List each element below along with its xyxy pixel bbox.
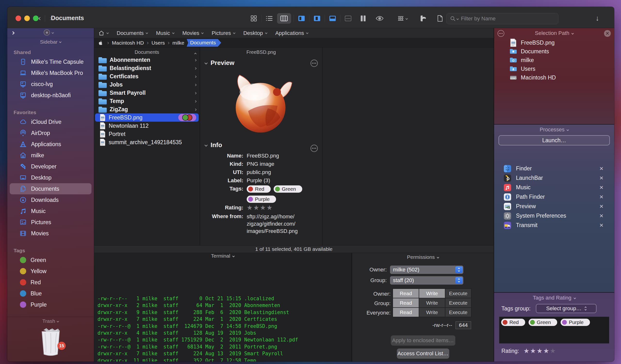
- sidebar-header-menu[interactable]: Sidebar: [7, 38, 94, 46]
- chevron-right-icon[interactable]: [194, 82, 196, 87]
- sidebar-item[interactable]: milke: [10, 150, 91, 161]
- chevron-right-icon[interactable]: [194, 74, 196, 79]
- access-control-list-button[interactable]: Access Control List…: [397, 348, 449, 359]
- sidebar-tag-item[interactable]: Green: [10, 254, 91, 266]
- folder-dropdown[interactable]: Pictures: [211, 30, 235, 36]
- processes-header-menu[interactable]: Processes: [494, 125, 614, 135]
- tags-group-select[interactable]: Select group…: [536, 304, 597, 313]
- breadcrumb-item[interactable]: › milke: [165, 40, 184, 46]
- perm-owner-read[interactable]: Read: [393, 289, 419, 298]
- octal-value-field[interactable]: 644: [456, 321, 471, 329]
- process-row[interactable]: Preview ✕: [494, 202, 614, 211]
- file-row[interactable]: Temp: [95, 97, 199, 105]
- sidebar-item[interactable]: Applications: [10, 139, 91, 150]
- sidebar-item[interactable]: Milke's MacBook Pro: [10, 67, 91, 79]
- sidebar-item[interactable]: Desktop: [10, 172, 91, 183]
- trash-header-menu[interactable]: Trash: [7, 317, 94, 325]
- sidebar-item[interactable]: Pictures: [10, 217, 91, 228]
- quick-look-button[interactable]: [373, 13, 387, 24]
- breadcrumb-item[interactable]: › Users: [144, 40, 165, 46]
- sidebar-expand-button[interactable]: [12, 31, 14, 35]
- selection-path-item[interactable]: Macintosh HD: [494, 73, 614, 82]
- chevron-right-icon[interactable]: [194, 107, 196, 111]
- process-row[interactable]: System Preferences ✕: [494, 211, 614, 221]
- tag-pill[interactable]: Purple: [561, 319, 590, 326]
- sidebar-history-button[interactable]: [44, 29, 54, 36]
- sidebar-tag-item[interactable]: Red: [10, 277, 91, 288]
- tag-pill[interactable]: Green: [274, 185, 302, 193]
- sidebar-item[interactable]: Music: [10, 206, 91, 217]
- permissions-header-menu[interactable]: Permissions: [352, 253, 494, 261]
- sidebar-tag-item[interactable]: Blue: [10, 288, 91, 299]
- download-progress-button[interactable]: ↓: [596, 14, 599, 22]
- process-row[interactable]: Music ✕: [494, 183, 614, 192]
- chevron-right-icon[interactable]: [194, 99, 196, 103]
- tag-pill[interactable]: Purple: [247, 196, 276, 203]
- perm-owner-execute[interactable]: Execute: [445, 289, 471, 298]
- file-row[interactable]: Portret: [95, 130, 199, 138]
- perm-group-write[interactable]: Write: [419, 298, 445, 308]
- column-view-button[interactable]: [277, 13, 291, 24]
- paste-button[interactable]: [433, 13, 447, 24]
- sidebar-item[interactable]: Documents: [10, 183, 91, 194]
- sidebar-item[interactable]: Developer: [10, 161, 91, 172]
- dual-pane-button[interactable]: [357, 13, 369, 24]
- process-row[interactable]: Transmit ✕: [494, 221, 614, 230]
- file-row[interactable]: Belastingdienst: [95, 64, 199, 72]
- perm-owner-write[interactable]: Write: [419, 289, 445, 298]
- disclosure-chevron-icon[interactable]: [205, 143, 208, 147]
- trash-icon[interactable]: [39, 328, 62, 356]
- perm-group-read[interactable]: Read: [393, 298, 419, 308]
- folder-dropdown[interactable]: Documents: [117, 30, 148, 36]
- sidebar-item[interactable]: Milke's Time Capsule: [10, 56, 91, 67]
- chevron-right-icon[interactable]: [194, 58, 196, 62]
- quit-process-icon[interactable]: ✕: [599, 185, 604, 190]
- close-panel-button[interactable]: ✕: [604, 30, 611, 37]
- selection-path-item[interactable]: milke: [494, 56, 614, 64]
- sidebar-item[interactable]: iCloud Drive: [10, 116, 91, 127]
- perm-everyone-read[interactable]: Read: [393, 308, 419, 317]
- launch-button[interactable]: Launch…: [499, 135, 610, 145]
- quit-process-icon[interactable]: ✕: [599, 222, 604, 228]
- owner-select[interactable]: milke (502): [390, 266, 463, 274]
- file-row[interactable]: Certficates: [95, 72, 199, 80]
- toggle-left-panel-button[interactable]: [295, 13, 308, 24]
- sidebar-item[interactable]: desktop-nb3aofi: [10, 90, 91, 101]
- selection-path-item[interactable]: Users: [494, 64, 614, 73]
- selection-path-item[interactable]: FreeBSD.png: [494, 38, 614, 47]
- toggle-right-panel-button[interactable]: [311, 13, 323, 24]
- process-row[interactable]: Path Finder ✕: [494, 192, 614, 202]
- tag-pill[interactable]: Green: [529, 319, 557, 326]
- breadcrumb-current[interactable]: Documents: [187, 39, 221, 47]
- selection-path-item[interactable]: Documents: [494, 47, 614, 56]
- folder-dropdown[interactable]: Applications: [275, 30, 308, 36]
- filter-field[interactable]: [446, 13, 558, 24]
- icon-view-button[interactable]: [247, 13, 260, 24]
- perm-everyone-write[interactable]: Write: [419, 308, 445, 317]
- file-row[interactable]: ZigZag: [95, 105, 199, 113]
- minimize-window-button[interactable]: [24, 16, 30, 21]
- section-options-button[interactable]: •••: [310, 145, 318, 152]
- quit-process-icon[interactable]: ✕: [599, 194, 604, 200]
- file-row[interactable]: FreeBSD.png: [95, 113, 199, 122]
- home-dropdown[interactable]: [99, 30, 108, 36]
- breadcrumb-item[interactable]: › Macintosh HD: [104, 40, 144, 46]
- tag-pill[interactable]: Red: [501, 319, 525, 326]
- collapse-column-button[interactable]: [194, 50, 196, 56]
- file-row[interactable]: Newtonlaan 112: [95, 122, 199, 130]
- rating-stars[interactable]: ★★★★: [247, 204, 273, 212]
- terminal-header-menu[interactable]: Terminal: [94, 253, 351, 259]
- folder-dropdown[interactable]: Music: [156, 30, 174, 36]
- empty-column[interactable]: [323, 47, 494, 245]
- tools-button[interactable]: [416, 13, 430, 24]
- filter-input[interactable]: [461, 16, 555, 22]
- file-row[interactable]: Smart Payroll: [95, 89, 199, 97]
- chevron-right-icon[interactable]: [194, 91, 196, 95]
- process-row[interactable]: Finder ✕: [494, 164, 614, 173]
- apply-to-enclosed-button[interactable]: Apply to enclosed items…: [391, 335, 455, 346]
- file-row[interactable]: Abonnementen: [95, 56, 199, 64]
- tag-pill[interactable]: Red: [247, 185, 271, 193]
- file-row[interactable]: summit_archive_1492184535: [95, 138, 199, 146]
- sidebar-item[interactable]: AirDrop: [10, 127, 91, 139]
- group-select[interactable]: staff (20): [390, 276, 463, 285]
